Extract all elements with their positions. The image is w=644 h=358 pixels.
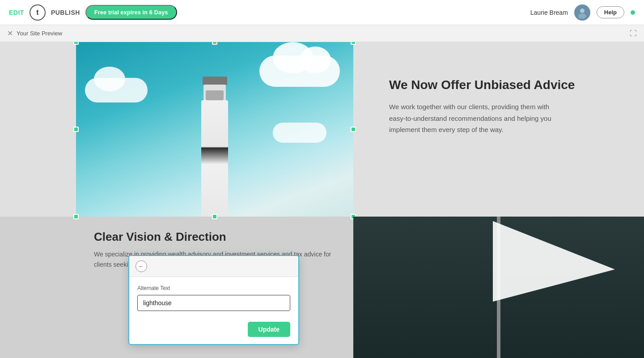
avatar-icon xyxy=(576,6,589,19)
topbar: EDIT t PUBLISH Free trial expires in 6 D… xyxy=(0,0,644,25)
lighthouse-image-container[interactable] xyxy=(76,42,353,217)
alt-text-input[interactable] xyxy=(137,295,290,311)
cloud-decoration xyxy=(85,78,148,102)
resize-handle-tl[interactable] xyxy=(73,42,79,45)
site-preview: We Now Offer Unbiased Advice We work tog… xyxy=(0,42,644,358)
preview-left: ✕ Your Site Preview xyxy=(7,29,62,38)
lighthouse-cap xyxy=(203,77,227,85)
status-dot xyxy=(631,10,635,15)
cloud-decoration xyxy=(259,55,340,87)
avatar[interactable] xyxy=(574,4,590,21)
help-button[interactable]: Help xyxy=(597,6,624,18)
site-heading: We Now Offer Unbiased Advice xyxy=(389,78,617,92)
popup-body: Alternate Text xyxy=(129,277,298,317)
site-lower: Clear Vision & Direction We specialize i… xyxy=(0,217,644,358)
publish-button[interactable]: PUBLISH xyxy=(51,9,80,16)
main-content: We Now Offer Unbiased Advice We work tog… xyxy=(0,42,644,358)
site-text-content: We Now Offer Unbiased Advice We work tog… xyxy=(353,42,644,217)
svg-point-1 xyxy=(578,13,586,19)
topbar-left: EDIT t PUBLISH Free trial expires in 6 D… xyxy=(9,4,177,21)
cloud-decoration xyxy=(273,123,326,143)
site-body-text: We work together with our clients, provi… xyxy=(389,101,559,136)
resize-handle-tr[interactable] xyxy=(351,42,356,45)
previewbar: ✕ Your Site Preview ⛶ xyxy=(0,25,644,42)
lighthouse-top xyxy=(203,85,226,100)
resize-handle-bl[interactable] xyxy=(73,214,79,219)
collapse-icon[interactable]: ✕ xyxy=(7,29,13,38)
back-button[interactable]: ← xyxy=(136,260,147,272)
popup-footer: Update xyxy=(129,317,298,344)
fullscreen-icon[interactable]: ⛶ xyxy=(630,30,637,38)
lighthouse-light xyxy=(206,90,224,100)
edit-button[interactable]: EDIT xyxy=(9,9,24,16)
svg-point-0 xyxy=(580,9,585,13)
logo: t xyxy=(30,4,46,21)
resize-handle-ml[interactable] xyxy=(73,127,79,132)
resize-handle-bm[interactable] xyxy=(212,214,217,219)
resize-handle-mr[interactable] xyxy=(351,127,356,132)
site-upper: We Now Offer Unbiased Advice We work tog… xyxy=(0,42,644,217)
topbar-right: Laurie Bream Help xyxy=(530,4,635,21)
sail-image xyxy=(353,217,644,358)
preview-label: Your Site Preview xyxy=(17,30,62,37)
alt-text-label: Alternate Text xyxy=(137,285,290,291)
site-lower-right xyxy=(353,217,644,358)
popup-header: ← xyxy=(129,256,298,277)
trial-badge[interactable]: Free trial expires in 6 Days xyxy=(85,5,177,20)
resize-handle-tm[interactable] xyxy=(212,42,217,45)
sail-cloth xyxy=(441,221,615,302)
lighthouse-image xyxy=(76,42,353,217)
update-button[interactable]: Update xyxy=(248,322,290,337)
alt-text-popup: ← Alternate Text Update xyxy=(128,255,299,345)
user-name: Laurie Bream xyxy=(530,9,568,16)
site-lower-heading: Clear Vision & Direction xyxy=(94,230,335,244)
lighthouse-body xyxy=(201,100,228,217)
lighthouse-structure xyxy=(195,85,235,217)
